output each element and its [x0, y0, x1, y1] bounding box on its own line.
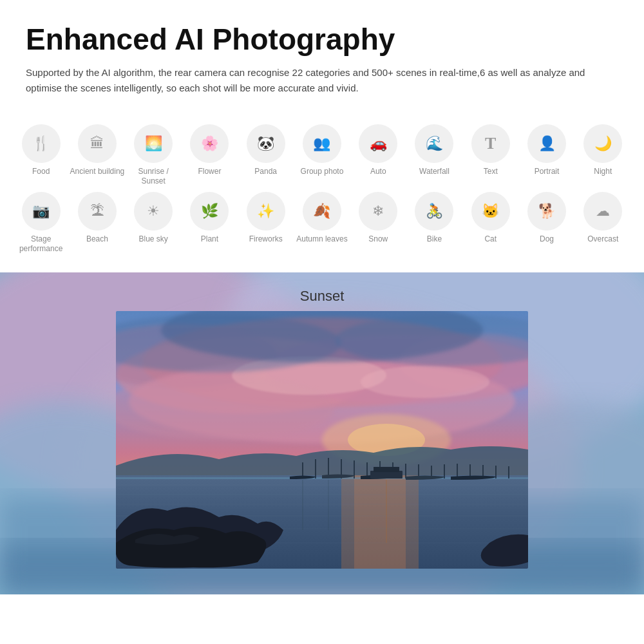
- category-item-cat: 🐱Cat: [462, 192, 518, 245]
- overcast-icon-glyph: ☁: [596, 203, 610, 220]
- panda-icon: 🐼: [247, 124, 285, 163]
- category-label-plant: Plant: [201, 234, 218, 245]
- overcast-icon: ☁: [583, 192, 622, 231]
- snow-icon: ❄: [359, 192, 397, 231]
- category-item-snow: ❄Snow: [350, 192, 406, 245]
- category-label-dog: Dog: [540, 234, 554, 245]
- page-title: Enhanced AI Photography: [26, 23, 618, 56]
- category-label-panda: Panda: [254, 167, 277, 177]
- food-icon-glyph: 🍴: [32, 135, 50, 152]
- text-icon-glyph: T: [485, 134, 496, 153]
- dog-icon-glyph: 🐕: [538, 203, 556, 220]
- waterfall-icon: 🌊: [415, 124, 453, 163]
- category-item-blue-sky: ☀Blue sky: [126, 192, 182, 245]
- cat-icon-glyph: 🐱: [482, 203, 499, 220]
- description-text: Supported by the AI algorithm, the rear …: [26, 65, 618, 96]
- category-label-portrait: Portrait: [535, 167, 560, 177]
- category-item-portrait: 👤Portrait: [518, 124, 574, 177]
- autumn-icon: 🍂: [303, 192, 341, 231]
- auto-icon: 🚗: [359, 124, 397, 163]
- dog-icon: 🐕: [527, 192, 566, 231]
- category-label-cat: Cat: [484, 234, 497, 245]
- category-label-night: Night: [594, 167, 612, 177]
- flower-icon-glyph: 🌸: [201, 135, 218, 152]
- svg-rect-45: [374, 467, 399, 472]
- snow-icon-glyph: ❄: [372, 203, 384, 220]
- text-icon: T: [471, 124, 510, 163]
- panda-icon-glyph: 🐼: [257, 135, 274, 152]
- category-label-beach: Beach: [86, 234, 108, 245]
- sunrise-icon: 🌅: [134, 124, 173, 163]
- group-icon-glyph: 👥: [313, 135, 330, 152]
- group-icon: 👥: [303, 124, 341, 163]
- sunset-image: [116, 311, 528, 569]
- autumn-icon-glyph: 🍂: [313, 203, 330, 220]
- plant-icon: 🌿: [190, 192, 229, 231]
- fireworks-icon: ✨: [247, 192, 285, 231]
- category-item-food: 🍴Food: [13, 124, 69, 177]
- category-item-auto: 🚗Auto: [350, 124, 406, 177]
- category-item-autumn-leaves: 🍂Autumn leaves: [294, 192, 350, 245]
- flower-icon: 🌸: [190, 124, 229, 163]
- sunrise-icon-glyph: 🌅: [145, 135, 162, 152]
- category-row-2: 📷Stage performance🏝Beach☀Blue sky🌿Plant✨…: [13, 192, 631, 254]
- waterfall-icon-glyph: 🌊: [426, 135, 443, 152]
- bluesky-icon: ☀: [134, 192, 173, 231]
- categories-section: 🍴Food🏛Ancient building🌅Sunrise / Sunset🌸…: [0, 109, 644, 272]
- category-label-auto: Auto: [370, 167, 386, 177]
- photo-label: Sunset: [0, 288, 644, 305]
- category-item-sunrise-sunset: 🌅Sunrise / Sunset: [126, 124, 182, 187]
- ancient-icon: 🏛: [78, 124, 117, 163]
- auto-icon-glyph: 🚗: [370, 135, 387, 152]
- category-item-fireworks: ✨Fireworks: [238, 192, 294, 245]
- category-item-dog: 🐕Dog: [518, 192, 574, 245]
- night-icon: 🌙: [583, 124, 622, 163]
- category-label-group-photo: Group photo: [301, 167, 344, 177]
- category-row-1: 🍴Food🏛Ancient building🌅Sunrise / Sunset🌸…: [13, 124, 631, 187]
- category-item-ancient-building: 🏛Ancient building: [69, 124, 125, 177]
- category-item-beach: 🏝Beach: [69, 192, 125, 245]
- portrait-icon-glyph: 👤: [538, 135, 556, 152]
- category-label-snow: Snow: [368, 234, 388, 245]
- category-label-stage-performance: Stage performance: [13, 234, 69, 254]
- category-item-flower: 🌸Flower: [182, 124, 238, 177]
- category-label-text: Text: [484, 167, 498, 177]
- category-label-overcast: Overcast: [587, 234, 618, 245]
- category-item-group-photo: 👥Group photo: [294, 124, 350, 177]
- photo-main: [116, 311, 528, 569]
- category-label-sunrise-sunset: Sunrise / Sunset: [126, 167, 182, 187]
- category-item-plant: 🌿Plant: [182, 192, 238, 245]
- food-icon: 🍴: [22, 124, 61, 163]
- photo-section: Sunset: [0, 272, 644, 594]
- category-item-text: TText: [462, 124, 518, 177]
- cat-icon: 🐱: [471, 192, 510, 231]
- category-item-bike: 🚴Bike: [406, 192, 462, 245]
- category-label-waterfall: Waterfall: [419, 167, 450, 177]
- category-item-waterfall: 🌊Waterfall: [406, 124, 462, 177]
- category-label-fireworks: Fireworks: [249, 234, 283, 245]
- beach-icon-glyph: 🏝: [90, 203, 104, 220]
- bike-icon: 🚴: [415, 192, 453, 231]
- category-label-blue-sky: Blue sky: [138, 234, 167, 245]
- category-label-food: Food: [32, 167, 50, 177]
- ancient-icon-glyph: 🏛: [90, 135, 104, 152]
- category-item-stage-performance: 📷Stage performance: [13, 192, 69, 254]
- category-item-overcast: ☁Overcast: [575, 192, 631, 245]
- stage-icon-glyph: 📷: [32, 203, 50, 220]
- svg-point-19: [361, 366, 489, 398]
- plant-icon-glyph: 🌿: [201, 203, 218, 220]
- portrait-icon: 👤: [527, 124, 566, 163]
- category-label-bike: Bike: [427, 234, 442, 245]
- top-section: Enhanced AI Photography Supported by the…: [0, 0, 644, 109]
- svg-rect-25: [354, 475, 406, 569]
- category-label-ancient-building: Ancient building: [70, 167, 125, 177]
- bike-icon-glyph: 🚴: [426, 203, 443, 220]
- category-label-flower: Flower: [198, 167, 221, 177]
- fireworks-icon-glyph: ✨: [257, 203, 274, 220]
- night-icon-glyph: 🌙: [594, 135, 612, 152]
- beach-icon: 🏝: [78, 192, 117, 231]
- category-label-autumn-leaves: Autumn leaves: [296, 234, 347, 245]
- stage-icon: 📷: [22, 192, 61, 231]
- category-item-night: 🌙Night: [575, 124, 631, 177]
- bluesky-icon-glyph: ☀: [147, 203, 160, 220]
